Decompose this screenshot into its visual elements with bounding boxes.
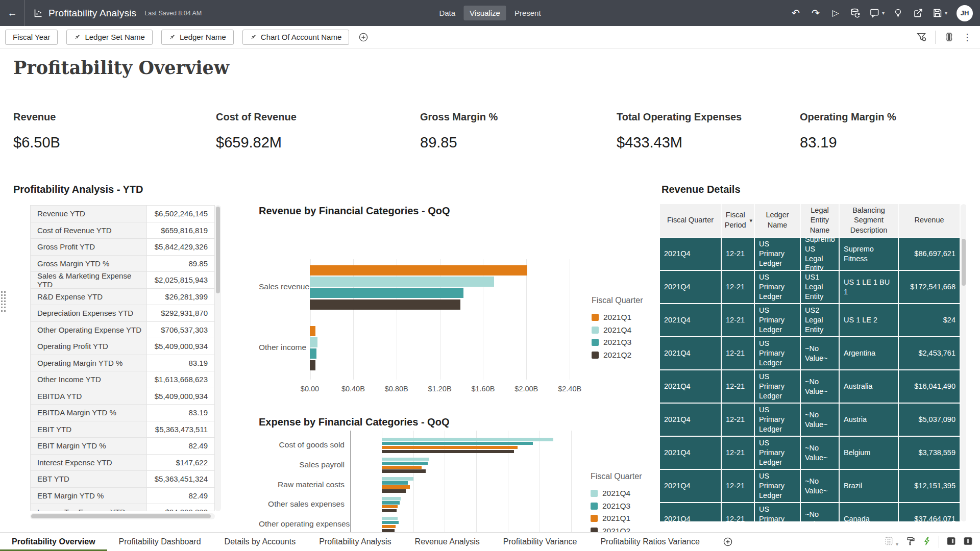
tab-data[interactable]: Data — [433, 6, 461, 20]
table-row[interactable]: EBITDA Margin YTD %83.19 — [31, 405, 214, 421]
table-row[interactable]: Sales & Marketing Expense YTD$2,025,815,… — [31, 272, 214, 289]
bar-raw-material-costs-2021q3[interactable] — [382, 481, 408, 485]
table-row[interactable]: Other Operating Expense YTD$706,537,303 — [31, 322, 214, 339]
table-row[interactable]: EBT Margin YTD %82.49 — [31, 488, 214, 505]
table-row[interactable]: 2021Q412-21US Primary Ledger~No Value~Be… — [660, 436, 961, 469]
more-options-icon[interactable]: ⋮ — [963, 33, 972, 42]
table-row[interactable]: EBT YTD$5,363,451,324 — [31, 471, 214, 488]
bar-cost-of-goods-sold-2021q4[interactable] — [382, 438, 553, 441]
insights-icon[interactable] — [891, 5, 906, 21]
bar-sales-payroll-2021q1[interactable] — [382, 466, 422, 469]
filter-icon[interactable] — [916, 32, 927, 42]
panel-drag-handle[interactable] — [1, 291, 6, 312]
refresh-data-icon[interactable] — [848, 5, 863, 21]
table-row[interactable]: Depreciation Expenses YTD$292,931,870 — [31, 305, 214, 322]
conditional-formatting-icon[interactable] — [944, 32, 954, 42]
add-canvas-button[interactable] — [723, 537, 733, 547]
bar-cost-of-goods-sold-2021q3[interactable] — [382, 442, 533, 445]
canvas-tab-revenue-analysis[interactable]: Revenue Analysis — [403, 533, 492, 551]
table-row[interactable]: Operating Profit YTD$5,409,000,934 — [31, 338, 214, 355]
table-row[interactable]: Other Income YTD$1,613,668,623 — [31, 371, 214, 388]
canvas-tab-profitability-analysis[interactable]: Profitability Analysis — [307, 533, 403, 551]
bar-sales-revenue-2021q1[interactable] — [310, 265, 527, 276]
bar-raw-material-costs-2021q1[interactable] — [382, 485, 410, 489]
legend-item-2021q4[interactable]: 2021Q4 — [591, 487, 642, 500]
legend-item-2021q1[interactable]: 2021Q1 — [592, 311, 643, 324]
bar-other-operating-expenses-2021q4[interactable] — [382, 517, 398, 520]
tab-visualize[interactable]: Visualize — [463, 6, 506, 20]
column-header-revenue[interactable]: Revenue — [899, 204, 961, 237]
table-row[interactable]: Operating Margin YTD %83.19 — [31, 355, 214, 372]
table-row[interactable]: R&D Expense YTD$26,281,399 — [31, 289, 214, 306]
canvas-tab-profitability-ratios-variance[interactable]: Profitability Ratios Variance — [589, 533, 711, 551]
kpi-tile-gross-margin[interactable]: Gross Margin %89.85 — [420, 111, 498, 151]
filter-pill-ledger-set-name[interactable]: Ledger Set Name — [66, 30, 153, 45]
table-row[interactable]: Gross Margin YTD %89.85 — [31, 256, 214, 272]
canvas-grid-icon[interactable]: ▾ — [884, 536, 898, 548]
auto-insights-icon[interactable] — [922, 536, 932, 548]
table-row[interactable]: Income Tax Expense YTD$94,300,882 — [31, 504, 214, 511]
table-row[interactable]: 2021Q412-21US Primary Ledger~No Value~Ar… — [660, 336, 961, 369]
panel-left-icon[interactable] — [946, 536, 956, 548]
table-row[interactable]: EBIT Margin YTD %82.49 — [31, 438, 214, 455]
bar-other-sales-expenses-2021q2[interactable] — [382, 509, 397, 513]
bar-raw-material-costs-2021q4[interactable] — [382, 477, 413, 481]
redo-icon[interactable]: ↷ — [808, 5, 823, 21]
filter-pill-chart-of-account-name[interactable]: Chart Of Account Name — [242, 30, 349, 45]
panel-right-icon[interactable] — [963, 536, 973, 548]
table-row[interactable]: Interest Expense YTD$147,622 — [31, 455, 214, 471]
bar-sales-payroll-2021q3[interactable] — [382, 462, 428, 465]
table-row[interactable]: Gross Profit YTD$5,842,429,326 — [31, 239, 214, 256]
bar-sales-revenue-2021q2[interactable] — [310, 299, 460, 310]
ytd-horizontal-scrollbar[interactable] — [30, 513, 215, 519]
table-row[interactable]: 2021Q412-21US Primary Ledger~No Value~Au… — [660, 403, 961, 436]
bar-sales-payroll-2021q4[interactable] — [382, 458, 429, 461]
run-icon[interactable]: ▷ — [828, 5, 843, 21]
tab-present[interactable]: Present — [508, 6, 547, 20]
table-row[interactable]: 2021Q412-21US Primary Ledger~No Value~Au… — [660, 369, 961, 403]
ytd-vertical-scrollbar[interactable] — [215, 205, 221, 511]
table-row[interactable]: EBITDA YTD$5,409,000,934 — [31, 388, 214, 405]
filter-pill-fiscal-year[interactable]: Fiscal Year — [5, 30, 58, 45]
column-header-legal-entity-name[interactable]: Legal Entity Name — [801, 204, 840, 237]
kpi-tile-revenue[interactable]: Revenue$6.50B — [13, 111, 60, 151]
legend-item-2021q2[interactable]: 2021Q2 — [592, 349, 643, 362]
bar-sales-revenue-2021q3[interactable] — [310, 288, 463, 298]
comments-icon[interactable]: ▾ — [868, 5, 886, 21]
bar-sales-revenue-2021q4[interactable] — [310, 277, 494, 287]
table-row[interactable]: 2021Q412-21US Primary LedgerSupremo US L… — [660, 237, 961, 270]
legend-item-2021q1[interactable]: 2021Q1 — [591, 512, 642, 525]
bar-other-sales-expenses-2021q4[interactable] — [382, 497, 401, 500]
table-row[interactable]: Cost of Revenue YTD$659,816,819 — [31, 222, 214, 239]
save-icon[interactable]: ▾ — [930, 5, 949, 21]
format-painter-icon[interactable] — [905, 536, 915, 548]
back-button[interactable]: ← — [0, 0, 24, 26]
canvas-tab-profitability-variance[interactable]: Profitability Variance — [492, 533, 589, 551]
details-vertical-scrollbar[interactable] — [961, 204, 966, 521]
column-header-balancing-segment-description[interactable]: Balancing Segment Description — [840, 204, 899, 237]
legend-item-2021q3[interactable]: 2021Q3 — [592, 336, 643, 349]
table-row[interactable]: 2021Q412-21US Primary Ledger~No Value~Br… — [660, 469, 961, 502]
legend-item-2021q3[interactable]: 2021Q3 — [591, 500, 642, 513]
bar-other-sales-expenses-2021q3[interactable] — [382, 501, 400, 505]
bar-other-operating-expenses-2021q1[interactable] — [382, 525, 396, 529]
add-filter-button[interactable] — [358, 32, 369, 42]
kpi-tile-operating-margin[interactable]: Operating Margin %83.19 — [800, 111, 896, 151]
table-row[interactable]: 2021Q412-21US Primary LedgerUS2 Legal En… — [660, 303, 961, 336]
table-row[interactable]: Revenue YTD$6,502,246,145 — [31, 206, 214, 222]
bar-other-income-2021q1[interactable] — [310, 326, 315, 336]
column-header-fiscal-period[interactable]: Fiscal Period▾ — [722, 204, 755, 237]
bar-sales-payroll-2021q2[interactable] — [382, 469, 426, 473]
filter-pill-ledger-name[interactable]: Ledger Name — [161, 30, 234, 45]
bar-raw-material-costs-2021q2[interactable] — [382, 489, 406, 493]
avatar[interactable]: JH — [957, 5, 973, 21]
bar-other-sales-expenses-2021q1[interactable] — [382, 505, 398, 509]
kpi-tile-total-operating-expenses[interactable]: Total Operating Expenses$433.43M — [617, 111, 742, 151]
table-row[interactable]: 2021Q412-21US Primary LedgerUS1 Legal En… — [660, 270, 961, 303]
bar-cost-of-goods-sold-2021q2[interactable] — [382, 450, 514, 454]
canvas-tab-profitability-dashboard[interactable]: Profitability Dashboard — [107, 533, 213, 551]
legend-item-2021q4[interactable]: 2021Q4 — [592, 324, 643, 337]
canvas-tab-details-by-accounts[interactable]: Details by Accounts — [213, 533, 308, 551]
column-header-fiscal-quarter[interactable]: Fiscal Quarter — [660, 204, 722, 237]
table-row[interactable]: EBIT YTD$5,363,473,511 — [31, 421, 214, 438]
